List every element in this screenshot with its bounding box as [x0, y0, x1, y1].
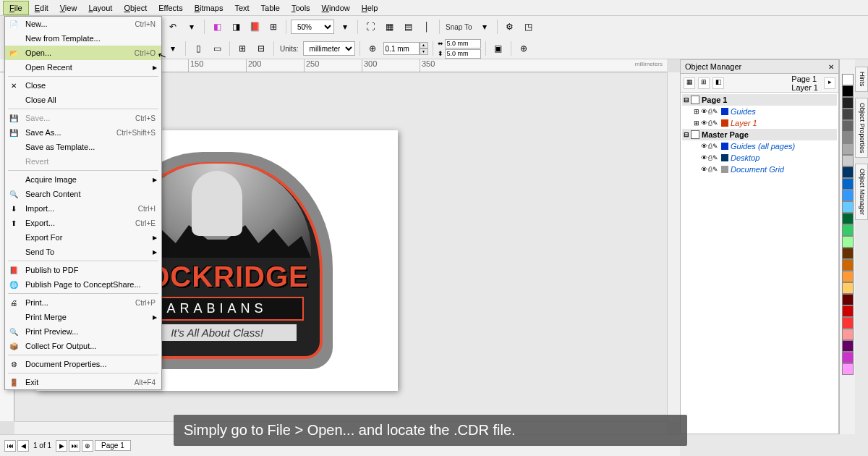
edit-icon[interactable]: ✎	[712, 166, 718, 173]
side-tab-object-properties[interactable]: Object Properties	[855, 98, 868, 159]
color-swatch[interactable]	[842, 329, 854, 340]
print-icon[interactable]: ⎙	[708, 119, 712, 127]
add-page-button[interactable]: ⊕	[82, 440, 93, 452]
add-button[interactable]: ⊕	[516, 41, 532, 56]
menu-file[interactable]: File	[3, 1, 29, 15]
expand-icon[interactable]: ⊞	[692, 119, 701, 127]
full-screen-button[interactable]: ⛶	[362, 19, 378, 35]
file-menu-save-as[interactable]: 💾Save As...Ctrl+Shift+S	[5, 125, 161, 140]
panel-menu-button[interactable]: ▸	[824, 77, 835, 89]
file-menu-collect-for-output[interactable]: 📦Collect For Output...	[5, 339, 161, 353]
color-swatch[interactable]	[842, 143, 854, 155]
spin-up[interactable]: ▴	[420, 42, 428, 48]
color-swatch[interactable]	[842, 224, 854, 236]
print-icon[interactable]: ⎙	[708, 143, 712, 150]
file-menu-close-all[interactable]: Close All	[5, 93, 161, 107]
show-guides-button[interactable]: │	[419, 19, 435, 35]
layer-color-swatch[interactable]	[721, 143, 728, 150]
dup-x-input[interactable]	[445, 39, 481, 48]
menu-layout[interactable]: Layout	[82, 1, 118, 14]
dropdown-1[interactable]: ▾	[165, 41, 181, 56]
menu-window[interactable]: Window	[316, 1, 356, 14]
color-swatch[interactable]	[842, 248, 854, 259]
side-tab-hints[interactable]: Hints	[855, 67, 868, 92]
visibility-icon[interactable]: 👁	[701, 166, 707, 173]
color-swatch[interactable]	[842, 363, 854, 375]
file-menu-send-to[interactable]: Send To▶	[5, 245, 161, 259]
visibility-icon[interactable]: 👁	[701, 143, 707, 150]
color-swatch[interactable]	[842, 190, 854, 201]
layer-mgr-button[interactable]: ◧	[712, 77, 724, 89]
last-page-button[interactable]: ⏭	[69, 440, 80, 452]
page-layout-button[interactable]: ⊞	[234, 41, 250, 56]
color-swatch[interactable]	[842, 305, 854, 317]
menu-tools[interactable]: Tools	[286, 1, 316, 14]
tree-item[interactable]: 👁⎙✎Desktop	[682, 152, 837, 164]
file-menu-export-for[interactable]: Export For▶	[5, 230, 161, 245]
color-swatch[interactable]	[842, 236, 854, 248]
app-launcher-button[interactable]: ◳	[521, 19, 537, 35]
import-button[interactable]: ◧	[209, 19, 225, 35]
color-swatch[interactable]	[842, 132, 854, 143]
layer-color-swatch[interactable]	[721, 154, 728, 161]
menu-table[interactable]: Table	[255, 1, 286, 14]
layer-color-swatch[interactable]	[721, 119, 728, 127]
color-swatch[interactable]	[842, 340, 854, 352]
file-menu-publish-to-pdf[interactable]: 📕Publish to PDF	[5, 263, 161, 277]
menu-edit[interactable]: Edit	[29, 1, 54, 14]
show-props-button[interactable]: ▦	[684, 77, 695, 89]
menu-object[interactable]: Object	[118, 1, 153, 14]
file-menu-open-recent[interactable]: Open Recent▶	[5, 60, 161, 75]
file-menu-print-merge[interactable]: Print Merge▶	[5, 310, 161, 324]
tree-item[interactable]: ⊟Master Page	[682, 129, 837, 140]
scrollbar-vertical[interactable]	[667, 72, 680, 421]
panel-close-icon[interactable]: ✕	[828, 63, 834, 71]
color-swatch[interactable]	[842, 178, 854, 190]
file-menu-import[interactable]: ⬇Import...Ctrl+I	[5, 201, 161, 216]
expand-icon[interactable]: ⊟	[682, 96, 691, 104]
show-rulers-button[interactable]: ▦	[381, 19, 397, 35]
edit-icon[interactable]: ✎	[712, 119, 718, 127]
show-grid-button[interactable]: ▤	[400, 19, 416, 35]
undo-button[interactable]: ↶	[165, 19, 181, 35]
zoom-dropdown[interactable]: ▾	[337, 19, 353, 35]
menu-help[interactable]: Help	[356, 1, 384, 14]
file-menu-document-properties[interactable]: ⚙Document Properties...	[5, 357, 161, 371]
page-layout-button-2[interactable]: ⊟	[253, 41, 269, 56]
color-swatch[interactable]	[842, 271, 854, 282]
tiling-button[interactable]: ⊞	[265, 19, 281, 35]
visibility-icon[interactable]: 👁	[701, 154, 707, 161]
color-swatch[interactable]	[842, 201, 854, 213]
file-menu-new-from-template[interactable]: New from Template...	[5, 31, 161, 46]
file-menu-save-as-template[interactable]: Save as Template...	[5, 140, 161, 154]
page-tab[interactable]: Page 1	[95, 440, 131, 451]
edit-icon[interactable]: ✎	[712, 143, 718, 150]
color-swatch[interactable]	[842, 317, 854, 329]
treat-as-filled-button[interactable]: ▣	[490, 41, 506, 56]
tree-item[interactable]: ⊞👁⎙✎Guides	[682, 106, 837, 117]
units-combo[interactable]: millimeters	[303, 41, 355, 56]
nudge-spinner[interactable]: ▴▾	[383, 42, 428, 55]
visibility-icon[interactable]: 👁	[701, 108, 707, 115]
layer-color-swatch[interactable]	[721, 166, 728, 173]
print-icon[interactable]: ⎙	[708, 166, 712, 173]
color-swatch[interactable]	[842, 109, 854, 120]
file-menu-new[interactable]: 📄New...Ctrl+N	[5, 17, 161, 31]
export-button[interactable]: ◨	[228, 19, 244, 35]
color-swatch[interactable]	[842, 97, 854, 109]
file-menu-export[interactable]: ⬆Export...Ctrl+E	[5, 216, 161, 230]
menu-text[interactable]: Text	[229, 1, 255, 14]
first-page-button[interactable]: ⏮	[4, 440, 16, 452]
color-swatch[interactable]	[842, 120, 854, 132]
file-menu-open[interactable]: 📂Open...Ctrl+O	[5, 46, 161, 60]
color-swatch[interactable]	[842, 259, 854, 271]
menu-view[interactable]: View	[54, 1, 83, 14]
panel-title-bar[interactable]: Object Manager ✕	[681, 60, 838, 74]
color-swatch[interactable]	[842, 155, 854, 166]
print-icon[interactable]: ⎙	[708, 154, 712, 161]
menu-bitmaps[interactable]: Bitmaps	[189, 1, 229, 14]
tree-item[interactable]: 👁⎙✎Document Grid	[682, 164, 837, 175]
publish-pdf-button[interactable]: 📕	[247, 19, 263, 35]
orientation-landscape[interactable]: ▭	[209, 41, 225, 56]
tree-item[interactable]: 👁⎙✎Guides (all pages)	[682, 140, 837, 152]
